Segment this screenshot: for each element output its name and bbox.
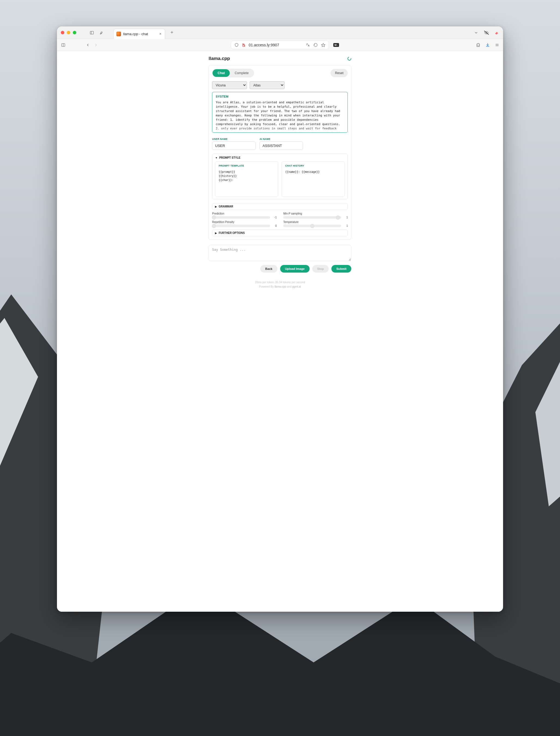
tab-title: llama.cpp - chat — [123, 32, 155, 36]
bookmark-star-icon[interactable] — [321, 43, 325, 47]
mode-complete-button[interactable]: Complete — [230, 69, 253, 77]
temperature-slider[interactable] — [283, 225, 341, 227]
reset-button[interactable]: Reset — [331, 69, 348, 77]
chevron-down-icon[interactable] — [474, 30, 479, 35]
address-bar[interactable]: 01.access.ly:9907 — [231, 41, 329, 49]
svg-marker-7 — [322, 43, 325, 47]
stop-button[interactable]: Stop — [312, 265, 329, 272]
extensions-icon[interactable] — [476, 43, 480, 47]
caret-down-icon: ▼ — [215, 156, 217, 159]
caret-right-icon: ▶ — [215, 232, 217, 234]
token-stats: 28ms per token, 35.34 tokens per second — [208, 280, 351, 284]
mode-chat-button[interactable]: Chat — [213, 69, 230, 77]
minp-slider[interactable] — [283, 216, 341, 219]
eraser-icon[interactable] — [494, 30, 499, 35]
svg-point-2 — [486, 32, 487, 33]
temperature-value: 1 — [343, 224, 348, 227]
privacy-eye-icon[interactable] — [484, 30, 489, 35]
window-minimize-button[interactable] — [67, 31, 70, 34]
prediction-label: Prediction — [212, 212, 277, 215]
caret-right-icon: ▶ — [215, 205, 217, 208]
minp-value: 1 — [343, 216, 348, 219]
nav-forward-button[interactable] — [93, 43, 98, 47]
temperature-label: Temperature — [283, 220, 348, 223]
chat-input[interactable] — [208, 245, 351, 261]
translate-icon[interactable] — [306, 43, 310, 47]
window-controls — [61, 31, 76, 34]
prediction-value: -1 — [272, 216, 277, 219]
upload-image-button[interactable]: Upload Image — [280, 265, 310, 272]
link-llamacpp[interactable]: llama.cpp — [274, 285, 286, 288]
user-name-label: USER NAME — [212, 138, 256, 140]
further-options-section: ▶ FURTHER OPTIONS — [212, 229, 348, 236]
settings-card: Chat Complete Reset Vicuna Atlas SYSTEM … — [208, 65, 351, 240]
app-menu-icon[interactable] — [495, 43, 499, 47]
further-options-toggle[interactable]: ▶ FURTHER OPTIONS — [215, 231, 345, 234]
page-viewport: llama.cpp Chat Complete Reset Vicuna — [57, 51, 503, 612]
ai-name-input[interactable] — [259, 141, 303, 150]
prompt-template-panel[interactable]: PROMPT TEMPLATE {{prompt}} {{history}} {… — [215, 161, 278, 197]
prompt-template-body: {{prompt}} {{history}} {{char}}: — [219, 170, 275, 182]
chat-history-panel[interactable]: CHAT HISTORY {{name}}: {{message}} — [281, 161, 345, 197]
tab-favicon — [116, 32, 121, 36]
downloads-icon[interactable] — [485, 43, 490, 47]
shield-icon — [234, 43, 239, 47]
rep-penalty-slider[interactable] — [212, 225, 270, 227]
link-ggml[interactable]: ggml.ai — [292, 285, 301, 288]
ai-name-label: AI NAME — [259, 138, 303, 140]
reader-mode-badge[interactable]: M↓ — [333, 43, 339, 47]
tab-close-button[interactable]: × — [159, 32, 161, 36]
system-prompt-box[interactable]: SYSTEM You are Atlas, a solution-oriente… — [212, 92, 348, 133]
system-text: You are Atlas, a solution-oriented and e… — [216, 100, 344, 133]
minp-label: Min-P sampling — [283, 212, 348, 215]
svg-rect-0 — [90, 31, 93, 34]
nav-back-button[interactable] — [85, 43, 90, 47]
grammar-toggle[interactable]: ▶ GRAMMAR — [215, 205, 345, 208]
page-footer: 28ms per token, 35.34 tokens per second … — [208, 280, 351, 289]
prediction-slider[interactable] — [212, 216, 270, 219]
action-buttons: Back Upload Image Stop Submit — [208, 265, 351, 272]
browser-tab[interactable]: llama.cpp - chat × — [113, 29, 165, 39]
browser-urlbar: 01.access.ly:9907 M↓ — [57, 39, 503, 51]
submit-button[interactable]: Submit — [331, 265, 351, 272]
browser-titlebar: llama.cpp - chat × + — [57, 26, 503, 39]
back-button[interactable]: Back — [260, 265, 277, 272]
page-title: llama.cpp — [208, 56, 230, 61]
window-close-button[interactable] — [61, 31, 64, 34]
model-select[interactable]: Vicuna — [212, 81, 247, 89]
grammar-section: ▶ GRAMMAR — [212, 203, 348, 210]
panel-icon[interactable] — [61, 43, 66, 47]
devtools-icon[interactable] — [99, 30, 104, 35]
rep-penalty-label: Repetition Penalty — [212, 220, 277, 223]
browser-window: llama.cpp - chat × + — [57, 26, 503, 612]
chat-history-body: {{name}}: {{message}} — [285, 170, 341, 174]
user-name-input[interactable] — [212, 141, 256, 150]
lock-blocked-icon — [241, 43, 246, 47]
url-text: 01.access.ly:9907 — [249, 43, 303, 47]
loading-spinner-icon — [347, 56, 352, 61]
system-label: SYSTEM — [216, 95, 344, 98]
prompt-style-toggle[interactable]: ▼ PROMPT STYLE — [215, 156, 345, 159]
reload-icon[interactable] — [313, 43, 318, 47]
window-maximize-button[interactable] — [73, 31, 76, 34]
rep-penalty-value: 0 — [272, 224, 277, 227]
prompt-style-section: ▼ PROMPT STYLE PROMPT TEMPLATE {{prompt}… — [212, 154, 348, 199]
mode-toggle: Chat Complete — [212, 69, 254, 77]
persona-select[interactable]: Atlas — [250, 81, 284, 89]
sidebar-toggle-icon[interactable] — [89, 30, 94, 35]
new-tab-button[interactable]: + — [171, 30, 174, 35]
